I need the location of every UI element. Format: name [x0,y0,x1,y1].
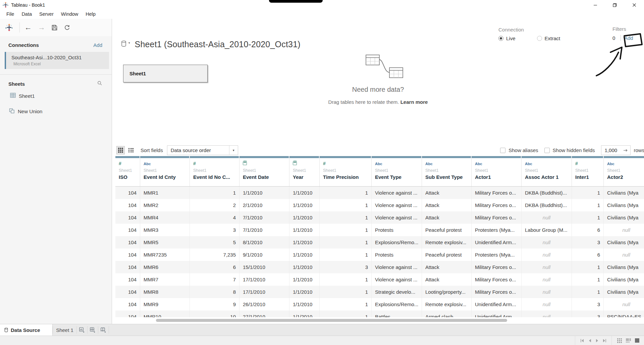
table-row[interactable]: 104MMR72357,2359/1/20101/1/20101Protests… [115,249,644,261]
table-cell[interactable]: Military Forces o... [472,211,522,224]
table-cell[interactable]: 1 [190,187,239,199]
table-cell[interactable]: Civilians (Mya [604,236,644,249]
live-radio[interactable] [498,36,503,41]
search-sheets-icon[interactable] [97,81,102,87]
table-cell[interactable]: 7/1/2010 [239,211,289,224]
table-cell[interactable]: DKBA (Buddhist)... [522,199,572,211]
sort-order-select[interactable]: Data source order ▾ [167,145,238,155]
new-dashboard-button[interactable] [88,324,98,336]
table-cell[interactable]: null [522,298,572,310]
show-aliases-checkbox[interactable] [500,148,505,153]
column-header-event-id-cnty[interactable]: AbcSheet1Event Id Cnty [140,156,190,186]
table-cell[interactable]: 104 [115,249,140,261]
table-cell[interactable]: MMR1 [140,187,190,199]
table-cell[interactable]: 1 [320,187,372,199]
table-cell[interactable]: 2/1/2010 [239,199,289,211]
apply-rows-icon[interactable] [624,149,628,152]
filters-add-link[interactable]: Add [624,35,633,41]
table-row[interactable]: 104MMR337/1/20101/1/20101ProtestsPeacefu… [115,224,644,236]
datasource-db-icon[interactable] [121,41,126,48]
column-header-iso[interactable]: #Sheet1ISO [115,156,140,186]
sheet-sorter-icon[interactable] [615,338,624,343]
table-cell[interactable]: MMR3 [140,224,190,236]
table-cell[interactable]: 1 [320,236,372,249]
table-cell[interactable]: Attack [422,261,472,273]
table-cell[interactable]: null [522,261,572,273]
grid-view-button[interactable] [116,146,125,154]
table-cell[interactable]: MMR7235 [140,249,190,261]
menu-window[interactable]: Window [57,10,82,19]
table-row[interactable]: 104MMR111/1/20101/1/20101Violence agains… [115,187,644,199]
table-cell[interactable]: 104 [115,261,140,273]
column-header-time-precision[interactable]: #Sheet1Time Precision [320,156,372,186]
menu-server[interactable]: Server [36,10,57,19]
table-cell[interactable]: Looting/property... [422,286,472,298]
table-cell[interactable]: 1 [572,211,604,224]
table-cell[interactable]: 8 [190,286,239,298]
table-cell[interactable]: Military Forces o... [472,199,522,211]
table-cell[interactable]: 6 [190,261,239,273]
tab-sheet1[interactable]: Sheet 1 [53,324,76,336]
table-cell[interactable]: 3 [190,224,239,236]
table-cell[interactable]: 3 [572,298,604,310]
table-cell[interactable]: Explosions/Remo... [372,298,422,310]
table-cell[interactable]: 1/1/2010 [239,187,289,199]
table-cell[interactable]: Remote explosiv... [422,298,472,310]
table-cell[interactable]: 104 [115,187,140,199]
table-cell[interactable]: Violence against ... [372,261,422,273]
table-cell[interactable]: 1/1/2010 [289,249,320,261]
table-cell[interactable]: 6 [572,249,604,261]
table-cell[interactable]: 1/1/2010 [289,224,320,236]
table-cell[interactable]: 1/1/2010 [289,298,320,310]
table-cell[interactable]: 1 [572,261,604,273]
tableau-home-icon[interactable] [5,24,13,31]
refresh-data-icon[interactable] [64,24,70,31]
table-cell[interactable]: Attack [422,199,472,211]
add-connection-link[interactable]: Add [93,42,102,48]
table-cell[interactable]: null [522,236,572,249]
table-row[interactable]: 104MMR222/1/20101/1/20101Violence agains… [115,199,644,211]
menu-file[interactable]: File [3,10,18,19]
save-icon[interactable] [51,24,58,31]
horizontal-scrollbar[interactable] [156,319,507,322]
connection-item[interactable]: Southeast-Asi...10-2020_Oct31 Microsoft … [5,52,109,69]
chevron-down-icon[interactable]: ▾ [229,146,238,155]
table-cell[interactable]: 15/1/2010 [239,261,289,273]
table-cell[interactable]: 1 [572,273,604,286]
table-row[interactable]: 104MMR447/1/20101/1/20101Violence agains… [115,211,644,224]
column-header-sub-event-type[interactable]: AbcSheet1Sub Event Type [422,156,472,186]
table-cell[interactable]: 1 [320,211,372,224]
close-button[interactable] [625,0,644,10]
table-cell[interactable]: Violence against ... [372,187,422,199]
rows-count-input[interactable]: 1,000 [601,145,631,155]
table-cell[interactable]: Military Forces o... [472,286,522,298]
table-cell[interactable]: Unidentified Arm... [472,236,522,249]
table-cell[interactable]: Civilians (Mya [604,286,644,298]
table-cell[interactable]: 7/1/2010 [239,224,289,236]
table-cell[interactable]: MMR5 [140,236,190,249]
extract-label[interactable]: Extract [545,36,560,41]
table-cell[interactable]: Civilians (Mya [604,211,644,224]
table-cell[interactable]: 1 [320,286,372,298]
next-sheet-icon[interactable] [593,339,601,342]
table-cell[interactable]: Protests [372,224,422,236]
table-cell[interactable]: 9/1/2010 [239,249,289,261]
table-cell[interactable]: Unidentified Arm... [472,298,522,310]
previous-sheet-icon[interactable] [586,339,593,342]
table-cell[interactable]: 1 [572,187,604,199]
table-cell[interactable]: 8/1/2010 [239,236,289,249]
table-cell[interactable]: Civilians (Mya [604,199,644,211]
table-cell[interactable]: 104 [115,224,140,236]
table-cell[interactable]: 3 [320,261,372,273]
metadata-view-button[interactable] [127,146,135,154]
sidebar-item-sheet1[interactable]: Sheet1 [0,90,112,102]
table-cell[interactable]: 1 [572,199,604,211]
table-cell[interactable]: null [522,249,572,261]
column-header-event-type[interactable]: AbcSheet1Event Type [372,156,422,186]
table-cell[interactable]: Attack [422,187,472,199]
table-cell[interactable]: 9 [190,298,239,310]
table-row[interactable]: 104MMR9926/1/20101/1/20101Explosions/Rem… [115,298,644,310]
table-cell[interactable]: 104 [115,286,140,298]
sidebar-item-new-union[interactable]: New Union [0,105,112,118]
table-cell[interactable]: Labour Group (M... [522,224,572,236]
